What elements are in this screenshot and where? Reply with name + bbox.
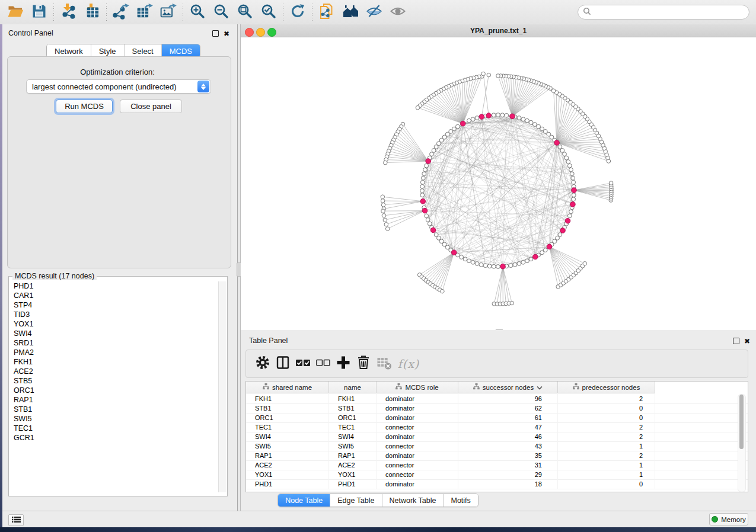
- select-all-check-button[interactable]: [295, 355, 311, 373]
- table-row[interactable]: SWI4SWI4dominator462: [246, 432, 748, 442]
- tab-edge-table[interactable]: Edge Table: [330, 494, 382, 507]
- column-header-name[interactable]: name: [329, 382, 377, 393]
- zoom-out-button[interactable]: [209, 2, 233, 23]
- table-cell[interactable]: STB1: [329, 403, 377, 413]
- tab-mcds[interactable]: MCDS: [162, 44, 200, 57]
- table-row[interactable]: ACE2ACE2connector311: [246, 460, 748, 470]
- graph-node[interactable]: [505, 113, 509, 117]
- graph-hub-node[interactable]: [565, 219, 570, 224]
- mcds-result-item[interactable]: GCR1: [9, 433, 216, 443]
- graph-hub-node[interactable]: [560, 228, 566, 233]
- graph-node[interactable]: [434, 145, 438, 149]
- graph-node[interactable]: [384, 161, 388, 165]
- graph-node[interactable]: [509, 264, 513, 268]
- unselect-all-check-button[interactable]: [315, 355, 331, 373]
- graph-node[interactable]: [487, 264, 492, 268]
- graph-node[interactable]: [560, 149, 564, 153]
- table-row[interactable]: SWI5SWI5connector431: [246, 441, 748, 451]
- tab-network-table[interactable]: Network Table: [382, 494, 444, 507]
- table-cell[interactable]: ORC1: [246, 413, 329, 422]
- graph-hub-node[interactable]: [570, 202, 576, 207]
- export-image-button[interactable]: [157, 2, 180, 23]
- table-cell[interactable]: 35: [458, 451, 558, 460]
- graph-node[interactable]: [510, 301, 514, 305]
- graph-node[interactable]: [425, 164, 429, 168]
- table-cell[interactable]: STB1: [246, 403, 329, 413]
- save-button[interactable]: [27, 2, 51, 23]
- control-panel-float-icon[interactable]: [212, 30, 219, 37]
- graph-node[interactable]: [570, 172, 574, 176]
- table-cell[interactable]: SWI4: [246, 432, 329, 441]
- table-cell[interactable]: SWI5: [246, 441, 329, 451]
- table-cell[interactable]: 1: [558, 470, 655, 479]
- delete-column-button[interactable]: [355, 355, 372, 373]
- graph-node[interactable]: [572, 197, 576, 201]
- close-panel-button[interactable]: Close panel: [120, 100, 182, 113]
- import-table-button[interactable]: [80, 2, 104, 23]
- graph-node[interactable]: [383, 218, 387, 222]
- table-cell[interactable]: 96: [458, 394, 558, 403]
- mcds-result-item[interactable]: ACE2: [9, 367, 216, 376]
- mcds-result-item[interactable]: PHD1: [9, 281, 216, 291]
- search-box[interactable]: [578, 5, 749, 20]
- home-button[interactable]: [339, 2, 362, 23]
- graph-node[interactable]: [572, 180, 576, 184]
- graph-node[interactable]: [384, 223, 388, 227]
- mcds-result-item[interactable]: SWI5: [9, 414, 216, 424]
- table-scrollbar-thumb[interactable]: [739, 395, 744, 449]
- table-row[interactable]: PHD1PHD1dominator180: [246, 479, 748, 489]
- graph-node[interactable]: [533, 123, 537, 127]
- run-mcds-button[interactable]: Run MCDS: [56, 100, 113, 113]
- table-cell[interactable]: dominator: [377, 403, 458, 413]
- graph-node[interactable]: [558, 233, 562, 237]
- search-input[interactable]: [591, 8, 744, 17]
- table-cell[interactable]: YOX1: [246, 470, 329, 479]
- graph-node[interactable]: [500, 113, 505, 117]
- graph-node[interactable]: [432, 149, 436, 153]
- tab-motifs[interactable]: Motifs: [444, 494, 477, 507]
- column-header-predecessor-nodes[interactable]: predecessor nodes: [558, 382, 655, 393]
- table-cell[interactable]: 61: [458, 413, 558, 422]
- table-cell[interactable]: connector: [377, 460, 458, 470]
- zoom-in-button[interactable]: [186, 2, 209, 23]
- graph-node[interactable]: [567, 164, 572, 168]
- mcds-result-item[interactable]: STB1: [9, 405, 216, 414]
- column-header-MCDS-role[interactable]: MCDS role: [377, 382, 458, 393]
- graph-node[interactable]: [381, 195, 385, 199]
- graph-node[interactable]: [569, 168, 573, 172]
- graph-hub-node[interactable]: [547, 244, 552, 249]
- zoom-fit-button[interactable]: [233, 2, 257, 23]
- gear-button[interactable]: [254, 355, 271, 373]
- graph-node[interactable]: [496, 74, 500, 78]
- mcds-result-scrollbar[interactable]: [218, 281, 227, 492]
- graph-node[interactable]: [420, 189, 425, 193]
- table-cell[interactable]: RAP1: [246, 451, 329, 460]
- graph-hub-node[interactable]: [460, 121, 465, 126]
- graph-node[interactable]: [420, 193, 425, 197]
- table-cell[interactable]: 43: [458, 441, 558, 451]
- graph-node[interactable]: [543, 248, 547, 252]
- graph-node[interactable]: [481, 72, 486, 76]
- table-cell[interactable]: connector: [377, 441, 458, 451]
- mcds-result-item[interactable]: TID3: [9, 310, 216, 319]
- table-cell[interactable]: dominator: [377, 413, 458, 422]
- table-cell[interactable]: 2: [558, 432, 655, 441]
- graph-node[interactable]: [525, 118, 529, 123]
- mcds-result-item[interactable]: ORC1: [9, 386, 216, 395]
- graph-node[interactable]: [513, 262, 517, 267]
- table-cell[interactable]: FKH1: [329, 394, 377, 403]
- graph-node[interactable]: [525, 259, 529, 263]
- table-cell[interactable]: 1: [558, 441, 655, 451]
- graph-node[interactable]: [566, 160, 570, 164]
- graph-node[interactable]: [537, 124, 541, 129]
- table-row[interactable]: TEC1TEC1connector472: [246, 422, 748, 432]
- mcds-result-item[interactable]: STP4: [9, 300, 216, 310]
- table-cell[interactable]: dominator: [377, 394, 458, 403]
- graph-hub-node[interactable]: [572, 188, 577, 193]
- table-cell[interactable]: dominator: [377, 432, 458, 441]
- console-button[interactable]: [8, 514, 24, 526]
- graph-node[interactable]: [529, 120, 533, 124]
- import-network-button[interactable]: [56, 2, 80, 23]
- network-canvas[interactable]: [241, 37, 756, 330]
- export-network-button[interactable]: [109, 2, 133, 23]
